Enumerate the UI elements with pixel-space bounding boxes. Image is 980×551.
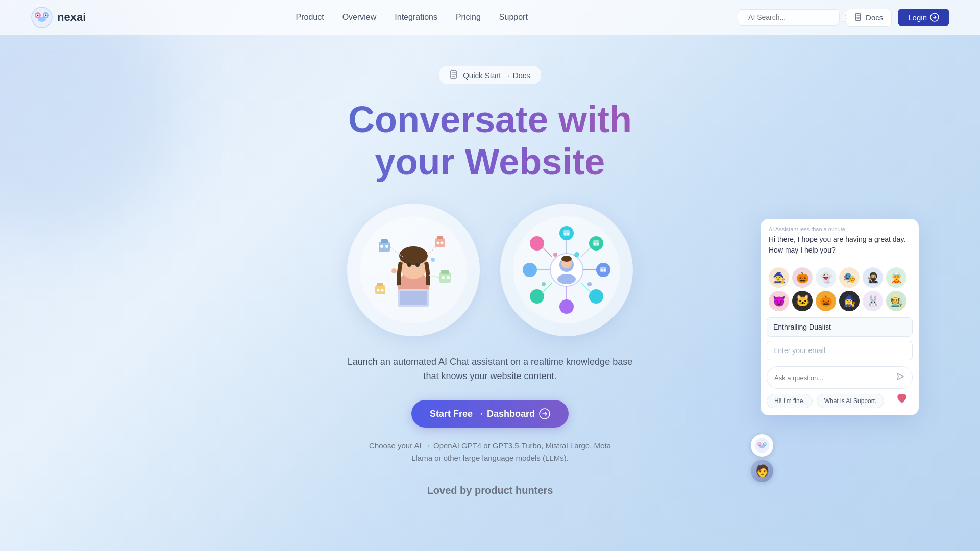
quick-reply-2[interactable]: What is AI Support. bbox=[817, 394, 885, 408]
svg-point-16 bbox=[407, 263, 411, 267]
search-bar[interactable]: ⌘K bbox=[738, 9, 840, 26]
svg-point-44 bbox=[557, 274, 576, 284]
avatar-11[interactable]: 🐰 bbox=[863, 291, 883, 311]
llm-text: Choose your AI → OpenAI GPT4 or GPT3.5-T… bbox=[368, 440, 612, 464]
svg-point-75 bbox=[542, 282, 546, 286]
cta-label: Start Free → Dashboard bbox=[430, 409, 535, 419]
nav-pricing[interactable]: Pricing bbox=[456, 13, 481, 22]
svg-point-59 bbox=[589, 289, 603, 304]
chat-question-input[interactable] bbox=[774, 374, 892, 382]
avatar-10[interactable]: 🧙‍♀️ bbox=[839, 291, 860, 311]
svg-point-60 bbox=[559, 299, 574, 314]
badge-text: Quick Start → Docs bbox=[463, 71, 530, 80]
logo[interactable]: nexai bbox=[31, 6, 86, 29]
girl-illustration-circle bbox=[347, 204, 480, 336]
network-illustration-circle bbox=[500, 204, 633, 336]
svg-rect-29 bbox=[441, 270, 449, 274]
svg-point-49 bbox=[564, 233, 566, 235]
svg-rect-21 bbox=[381, 239, 388, 243]
svg-point-7 bbox=[45, 15, 47, 16]
hero-subtitle: Launch an automated AI Chat assistant on… bbox=[347, 355, 633, 384]
nav-overview[interactable]: Overview bbox=[342, 13, 377, 22]
hero-title-line2: your Website bbox=[375, 141, 605, 182]
svg-point-54 bbox=[597, 243, 599, 245]
send-icon[interactable] bbox=[896, 372, 905, 383]
search-input[interactable] bbox=[748, 13, 838, 21]
avatar-6[interactable]: 🧝 bbox=[886, 267, 906, 288]
svg-rect-19 bbox=[400, 291, 427, 305]
svg-point-3 bbox=[38, 17, 46, 22]
svg-point-72 bbox=[574, 252, 579, 257]
avatar-7[interactable]: 😈 bbox=[769, 291, 789, 311]
nexai-chat-bubble[interactable] bbox=[751, 434, 773, 457]
avatar-8[interactable]: 🐱 bbox=[792, 291, 813, 311]
avatar-1[interactable]: 🧙 bbox=[769, 267, 789, 288]
avatar-4[interactable]: 🎭 bbox=[839, 267, 860, 288]
quick-start-badge[interactable]: Quick Start → Docs bbox=[439, 66, 541, 84]
arrow-circle-icon bbox=[930, 13, 939, 22]
cta-arrow-icon bbox=[539, 408, 550, 419]
chat-header: AI Assistant less than a minute Hi there… bbox=[761, 219, 919, 261]
nav-integrations[interactable]: Integrations bbox=[395, 13, 437, 22]
quick-reply-1[interactable]: Hi! I'm fine. bbox=[767, 394, 813, 408]
chat-widget: AI Assistant less than a minute Hi there… bbox=[761, 219, 919, 415]
svg-point-30 bbox=[442, 276, 445, 279]
nav-support[interactable]: Support bbox=[499, 13, 528, 22]
avatar-9[interactable]: 🎃 bbox=[816, 291, 836, 311]
avatar-3[interactable]: 👻 bbox=[816, 267, 836, 288]
network-svg bbox=[510, 214, 623, 326]
login-button[interactable]: Login bbox=[898, 9, 949, 26]
svg-point-57 bbox=[601, 269, 603, 271]
svg-point-22 bbox=[380, 245, 383, 248]
user-avatar-bubble: 🧑 bbox=[751, 460, 773, 482]
avatar-row-2: 😈 🐱 🎃 🧙‍♀️ 🐰 🧑‍🌾 bbox=[769, 291, 911, 311]
svg-rect-33 bbox=[377, 283, 383, 286]
heart-icon[interactable] bbox=[895, 392, 909, 408]
book-icon bbox=[854, 13, 863, 21]
svg-rect-25 bbox=[437, 236, 443, 239]
nav-right: ⌘K Docs Login bbox=[738, 9, 949, 27]
avatar-12[interactable]: 🧑‍🌾 bbox=[886, 291, 906, 311]
svg-point-80 bbox=[760, 445, 765, 448]
logo-icon bbox=[31, 6, 53, 29]
chat-time: AI Assistant less than a minute bbox=[769, 226, 911, 232]
hero-section: Quick Start → Docs Conversate with your … bbox=[0, 35, 980, 517]
svg-point-73 bbox=[553, 253, 557, 257]
docs-button[interactable]: Docs bbox=[846, 9, 892, 27]
nexai-chat-logo bbox=[754, 437, 770, 454]
girl-with-robots-svg bbox=[357, 214, 470, 326]
svg-point-53 bbox=[594, 243, 596, 245]
svg-point-50 bbox=[567, 233, 569, 235]
svg-point-58 bbox=[604, 269, 606, 271]
illustrations bbox=[347, 204, 633, 336]
svg-point-35 bbox=[381, 289, 384, 291]
svg-rect-32 bbox=[375, 285, 385, 294]
hero-title: Conversate with your Website bbox=[348, 98, 632, 183]
avatar-5[interactable]: 🥷 bbox=[863, 267, 883, 288]
svg-point-6 bbox=[37, 15, 39, 16]
brand-name: nexai bbox=[57, 11, 86, 24]
chat-name-field[interactable]: Enthralling Dualist bbox=[767, 317, 913, 337]
chat-input-area[interactable] bbox=[767, 366, 913, 389]
chat-greeting: Hi there, I hope you are having a great … bbox=[769, 234, 911, 256]
svg-point-62 bbox=[523, 263, 537, 277]
loved-section: Loved by product hunters bbox=[427, 485, 553, 496]
svg-point-27 bbox=[441, 241, 444, 244]
svg-point-63 bbox=[530, 236, 544, 251]
book-badge-icon bbox=[450, 70, 459, 80]
svg-point-31 bbox=[447, 276, 450, 279]
svg-point-46 bbox=[561, 256, 572, 262]
avatar-grid: 🧙 🎃 👻 🎭 🥷 🧝 😈 🐱 🎃 🧙‍♀️ 🐰 🧑‍🌾 bbox=[761, 261, 919, 317]
svg-point-17 bbox=[415, 263, 420, 267]
chat-email-field[interactable]: Enter your email bbox=[767, 341, 913, 360]
navbar: nexai Product Overview Integrations Pric… bbox=[0, 0, 980, 35]
svg-point-74 bbox=[587, 282, 592, 286]
svg-point-84 bbox=[764, 444, 765, 445]
avatar-2[interactable]: 🎃 bbox=[792, 267, 813, 288]
nav-links: Product Overview Integrations Pricing Su… bbox=[296, 13, 527, 22]
svg-point-15 bbox=[399, 246, 428, 265]
bg-blob-1 bbox=[0, 0, 179, 239]
nav-product[interactable]: Product bbox=[296, 13, 324, 22]
cta-button[interactable]: Start Free → Dashboard bbox=[411, 400, 569, 428]
hero-title-line1: Conversate with bbox=[348, 99, 632, 140]
